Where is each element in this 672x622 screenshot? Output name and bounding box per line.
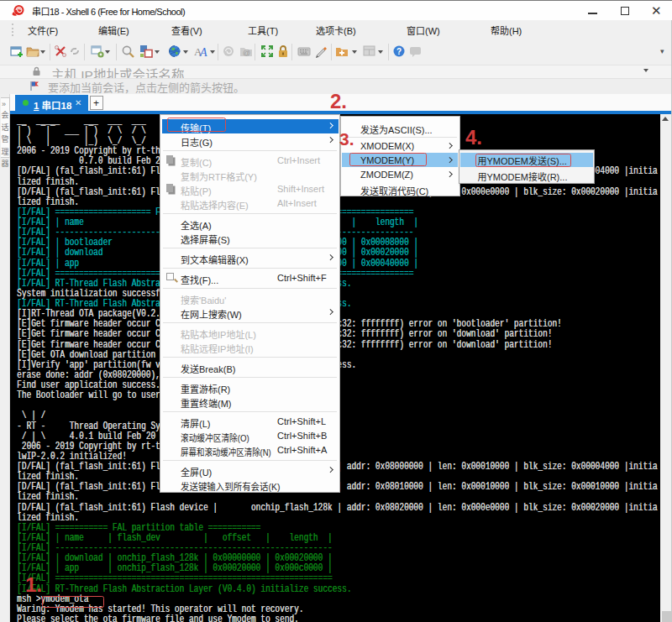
svg-text:?: ? bbox=[396, 47, 402, 56]
svg-text:A: A bbox=[199, 46, 207, 59]
svg-text:@: @ bbox=[243, 49, 250, 57]
